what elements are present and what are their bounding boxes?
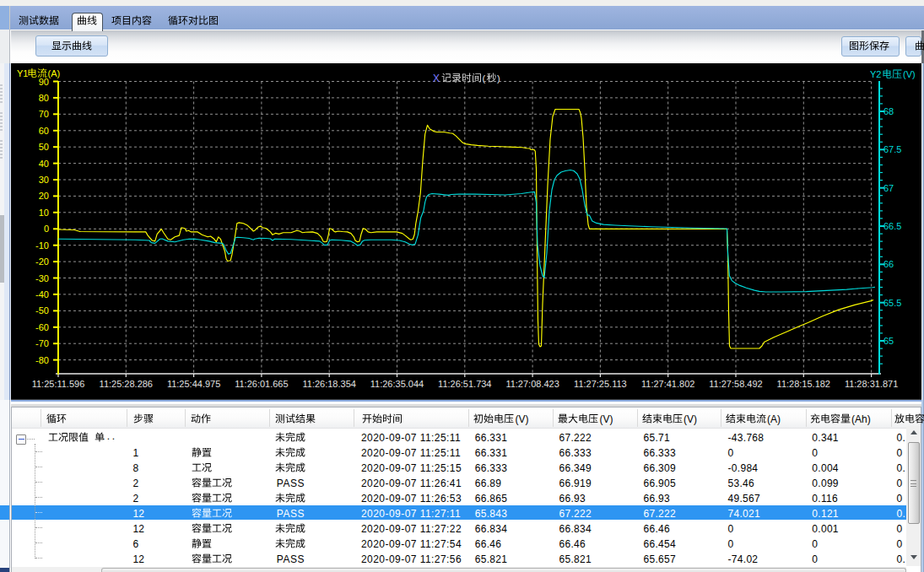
svg-text:11:28:15.182: 11:28:15.182 xyxy=(777,379,830,389)
svg-text:-30: -30 xyxy=(35,273,49,283)
svg-text:65: 65 xyxy=(883,336,894,346)
svg-text:-60: -60 xyxy=(35,322,49,332)
svg-text:11:28:31.871: 11:28:31.871 xyxy=(845,379,898,389)
svg-text:11:25:28.286: 11:25:28.286 xyxy=(100,379,153,389)
svg-text:-50: -50 xyxy=(35,305,49,316)
svg-text:11:27:08.423: 11:27:08.423 xyxy=(505,379,559,389)
svg-text:Y1: Y1 xyxy=(17,68,28,78)
svg-text:0: 0 xyxy=(44,224,49,234)
svg-text:Y2: Y2 xyxy=(870,69,881,79)
svg-text:60: 60 xyxy=(39,126,49,136)
svg-text:(: ( xyxy=(483,73,486,84)
svg-text:67: 67 xyxy=(883,183,894,193)
svg-text:11:26:18.354: 11:26:18.354 xyxy=(302,379,355,389)
svg-text:-40: -40 xyxy=(35,289,49,299)
svg-text:11:27:58.492: 11:27:58.492 xyxy=(709,379,762,389)
svg-text:-70: -70 xyxy=(35,338,49,348)
svg-text:68: 68 xyxy=(883,106,894,116)
svg-text:): ) xyxy=(497,73,500,84)
svg-text:11:27:25.113: 11:27:25.113 xyxy=(574,379,627,389)
svg-text:11:25:11.596: 11:25:11.596 xyxy=(32,379,85,389)
svg-text:11:26:01.665: 11:26:01.665 xyxy=(235,379,288,389)
svg-text:11:27:41.802: 11:27:41.802 xyxy=(641,379,694,389)
svg-text:(A): (A) xyxy=(48,68,61,78)
svg-text:40: 40 xyxy=(39,159,49,169)
svg-text:50: 50 xyxy=(39,142,49,152)
svg-text:66: 66 xyxy=(883,259,894,269)
svg-text:11:26:51.734: 11:26:51.734 xyxy=(438,379,491,389)
svg-text:80: 80 xyxy=(39,93,49,103)
svg-text:65.5: 65.5 xyxy=(883,298,901,308)
svg-text:-10: -10 xyxy=(35,240,49,251)
svg-text:(V): (V) xyxy=(903,69,916,79)
svg-text:X: X xyxy=(433,73,440,84)
svg-text:66.5: 66.5 xyxy=(883,221,901,231)
svg-text:30: 30 xyxy=(39,175,49,185)
svg-text:-20: -20 xyxy=(35,256,49,267)
svg-text:11:25:44.975: 11:25:44.975 xyxy=(167,379,220,389)
svg-text:20: 20 xyxy=(39,191,49,201)
svg-text:10: 10 xyxy=(39,208,49,218)
svg-text:70: 70 xyxy=(39,109,49,119)
svg-text:67.5: 67.5 xyxy=(883,144,901,154)
svg-text:-80: -80 xyxy=(35,355,49,365)
svg-text:11:26:35.044: 11:26:35.044 xyxy=(370,379,424,389)
